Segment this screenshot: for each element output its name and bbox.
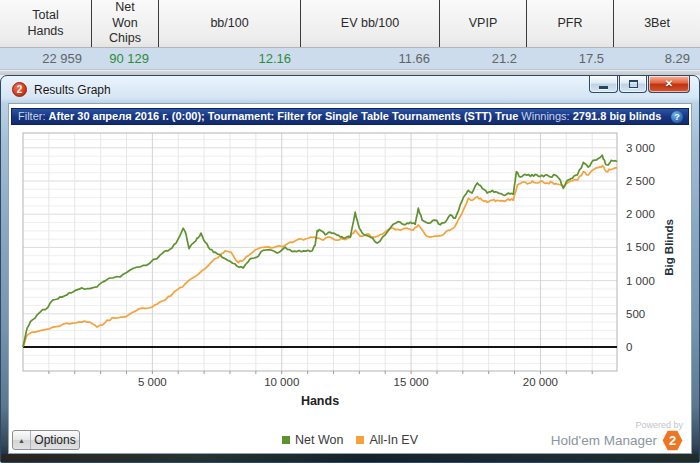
close-button[interactable]: ✕: [648, 76, 690, 93]
legend-item-net-won[interactable]: Net Won: [282, 433, 343, 447]
window-title: Results Graph: [34, 83, 111, 97]
stat-value-3: 11.66: [301, 48, 440, 69]
maximize-button[interactable]: [619, 76, 647, 93]
stat-value-2: 12.16: [159, 48, 301, 69]
minimize-button[interactable]: [589, 76, 618, 93]
stat-header-3: EV bb/100: [301, 0, 440, 47]
winnings-value: 2791.8 big blinds: [573, 110, 662, 122]
results-graph-window: 2 Results Graph ✕ Filter: After 30 апрел…: [0, 75, 700, 463]
filter-label: Filter:: [18, 110, 46, 122]
filter-bar: Filter: After 30 апреля 2016 г. (0:00); …: [11, 108, 689, 125]
window-titlebar[interactable]: 2 Results Graph ✕: [1, 76, 699, 103]
all-in-ev-swatch-icon: [356, 436, 364, 444]
bottom-bar: ▲ Options Net Won All-In EV Powered by H…: [9, 427, 691, 453]
stat-header-5: PFR: [527, 0, 614, 47]
maximize-icon: [629, 80, 638, 88]
help-icon[interactable]: ?: [671, 111, 683, 123]
caption-buttons: ✕: [588, 76, 690, 93]
stat-value-5: 17.5: [527, 48, 614, 69]
stat-header-0: Total Hands: [0, 0, 92, 47]
window-client-area: Filter: After 30 апреля 2016 г. (0:00); …: [8, 103, 692, 454]
legend-label-all-in-ev: All-In EV: [369, 433, 418, 447]
legend-item-all-in-ev[interactable]: All-In EV: [356, 433, 418, 447]
close-icon: ✕: [665, 79, 673, 89]
minimize-icon: [599, 86, 608, 89]
stat-value-1: 90 129: [92, 48, 159, 69]
brand-name: Hold'em Manager: [551, 433, 657, 448]
stat-header-6: 3Bet: [614, 0, 700, 47]
stat-header-1: Net Won Chips: [92, 0, 159, 47]
hm2-app-icon: 2: [12, 82, 27, 97]
stat-value-4: 21.2: [440, 48, 527, 69]
legend-label-net-won: Net Won: [295, 433, 343, 447]
stats-table-header: Total HandsNet Won Chipsbb/100EV bb/100V…: [0, 0, 700, 48]
stat-header-2: bb/100: [159, 0, 301, 47]
winnings-label: Winnings:: [521, 110, 569, 122]
window-bottom-border: [2, 454, 698, 462]
brand-block: Powered by Hold'em Manager 2: [551, 420, 683, 451]
stats-table-values: 22 95990 12912.1611.6621.217.58.29: [0, 48, 700, 70]
stat-header-4: VPIP: [440, 0, 527, 47]
net-won-swatch-icon: [282, 436, 290, 444]
hm2-logo-icon: 2: [662, 430, 683, 451]
filter-text: After 30 апреля 2016 г. (0:00); Tourname…: [49, 110, 519, 122]
stat-value-6: 8.29: [614, 48, 700, 69]
powered-by-text: Powered by: [551, 420, 683, 430]
stat-value-0: 22 959: [0, 48, 92, 69]
